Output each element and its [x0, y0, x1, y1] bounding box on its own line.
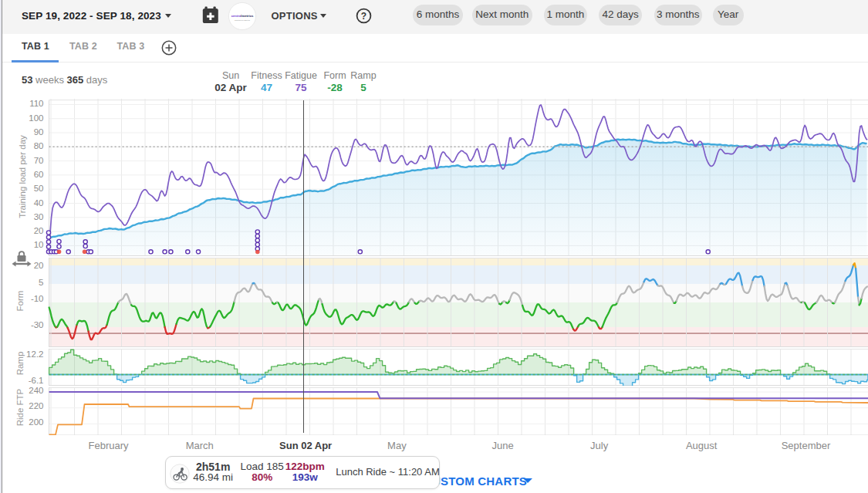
svg-text:?: ?: [361, 11, 366, 22]
svg-text:centralmetrics: centralmetrics: [231, 14, 254, 18]
svg-text:analytics for athletes: analytics for athletes: [235, 19, 251, 21]
